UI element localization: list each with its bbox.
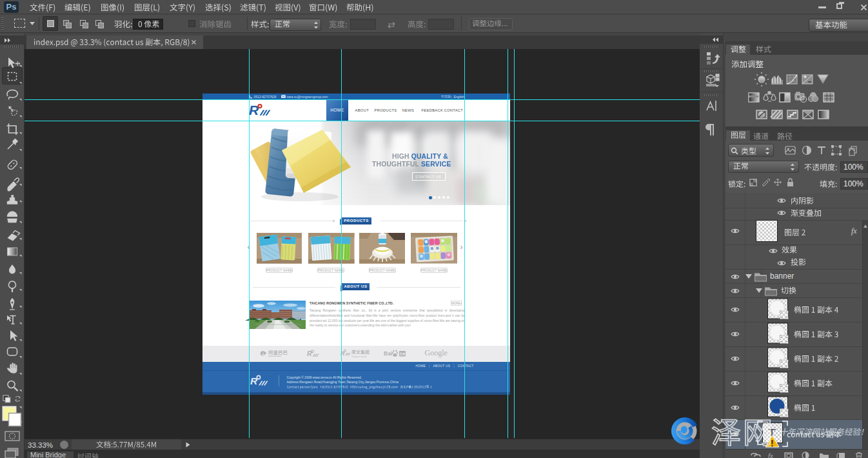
svg-text:Bai: Bai — [384, 350, 392, 357]
svg-text:Rongwen Group: Rongwen Group — [351, 355, 366, 358]
svg-text:R: R — [249, 103, 259, 117]
